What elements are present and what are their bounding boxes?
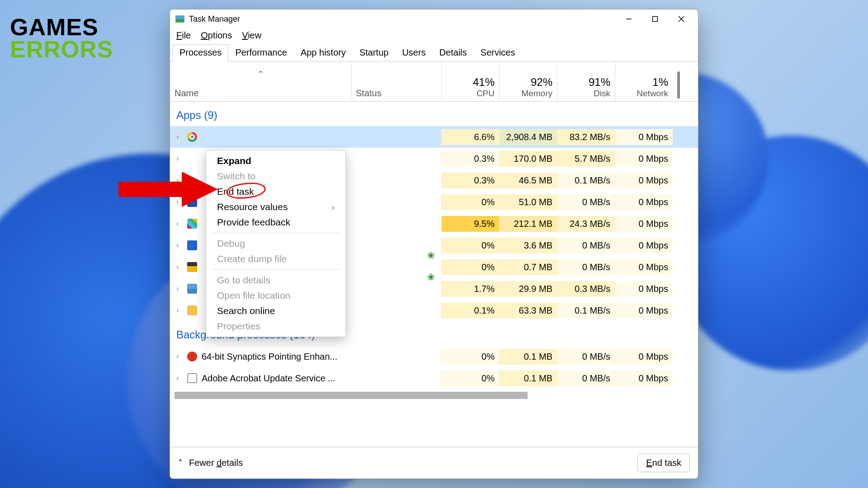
submenu-chevron-icon: › bbox=[331, 202, 335, 212]
tab-app-history[interactable]: App history bbox=[294, 44, 353, 61]
efficiency-leaf-icon: ❀ bbox=[427, 250, 435, 261]
expand-chevron-icon[interactable]: › bbox=[176, 352, 183, 361]
svg-marker-5 bbox=[182, 172, 218, 207]
menu-item-resource-values[interactable]: Resource values› bbox=[206, 199, 345, 215]
disk-cell: 0.1 MB/s bbox=[557, 173, 615, 188]
app-icon bbox=[187, 262, 197, 272]
horizontal-scrollbar[interactable] bbox=[175, 392, 693, 399]
expand-chevron-icon[interactable]: › bbox=[176, 241, 183, 249]
cpu-cell: 0% bbox=[441, 349, 499, 365]
tab-services[interactable]: Services bbox=[474, 44, 522, 61]
disk-cell: 24.3 MB/s bbox=[557, 216, 615, 232]
cpu-cell: 0% bbox=[441, 259, 499, 275]
expand-chevron-icon[interactable]: › bbox=[176, 374, 183, 382]
chevron-up-icon: ˄ bbox=[178, 458, 183, 469]
expand-chevron-icon[interactable]: › bbox=[176, 220, 183, 228]
context-menu: ExpandSwitch toEnd taskResource values›P… bbox=[206, 150, 346, 337]
expand-chevron-icon[interactable]: › bbox=[176, 133, 183, 141]
cpu-cell: 0.3% bbox=[441, 151, 499, 167]
close-button[interactable] bbox=[668, 11, 694, 27]
app-icon bbox=[187, 284, 197, 294]
menu-item-open-file-location: Open file location bbox=[206, 288, 345, 303]
disk-cell: 0 MB/s bbox=[557, 259, 615, 275]
expand-chevron-icon[interactable]: › bbox=[176, 155, 183, 163]
net-cell: 0 Mbps bbox=[615, 238, 673, 253]
watermark-line1: GAMES bbox=[10, 16, 113, 38]
annotation-arrow bbox=[118, 172, 218, 207]
col-name[interactable]: ⌃ Name bbox=[170, 61, 351, 101]
menu-separator bbox=[212, 233, 339, 233]
menu-item-provide-feedback[interactable]: Provide feedback bbox=[206, 215, 345, 230]
cpu-cell: 9.5% bbox=[441, 216, 499, 232]
net-cell: 0 Mbps bbox=[615, 173, 673, 188]
watermark-line2: ERRORS bbox=[10, 38, 113, 61]
menu-separator bbox=[212, 269, 339, 270]
cpu-cell: 0% bbox=[441, 238, 499, 253]
net-cell: 0 Mbps bbox=[615, 216, 673, 232]
titlebar[interactable]: Task Manager bbox=[170, 9, 698, 28]
menu-file[interactable]: File bbox=[176, 30, 191, 41]
tab-details[interactable]: Details bbox=[433, 44, 474, 61]
col-cpu[interactable]: 41% CPU bbox=[441, 61, 499, 101]
menu-options[interactable]: Options bbox=[201, 30, 232, 41]
cpu-cell: 6.6% bbox=[441, 129, 499, 145]
net-cell: 0 Mbps bbox=[615, 129, 673, 145]
mem-cell: 63.3 MB bbox=[499, 303, 557, 319]
apps-section-header[interactable]: Apps (9) bbox=[170, 102, 698, 126]
process-row[interactable]: ›6.6%2,908.4 MB83.2 MB/s0 Mbps bbox=[170, 126, 698, 148]
menu-item-search-online[interactable]: Search online bbox=[206, 303, 345, 319]
expand-chevron-icon[interactable]: › bbox=[176, 306, 183, 314]
minimize-button[interactable] bbox=[616, 11, 642, 27]
window-title: Task Manager bbox=[189, 14, 240, 24]
mem-cell: 51.0 MB bbox=[499, 194, 557, 210]
mem-cell: 3.6 MB bbox=[499, 238, 557, 253]
cpu-cell: 1.7% bbox=[441, 281, 499, 297]
app-icon bbox=[187, 132, 197, 142]
cpu-cell: 0% bbox=[441, 371, 499, 386]
menu-item-expand[interactable]: Expand bbox=[206, 153, 345, 169]
tab-startup[interactable]: Startup bbox=[353, 44, 395, 61]
col-network[interactable]: 1% Network bbox=[615, 61, 673, 101]
fewer-details-link[interactable]: Fewer details bbox=[189, 458, 243, 468]
disk-cell: 83.2 MB/s bbox=[557, 129, 615, 145]
cpu-cell: 0.1% bbox=[441, 303, 499, 319]
menu-view[interactable]: View bbox=[242, 30, 261, 41]
mem-cell: 170.0 MB bbox=[499, 151, 557, 167]
app-icon bbox=[175, 15, 184, 23]
menu-item-switch-to: Switch to bbox=[206, 169, 345, 184]
expand-chevron-icon[interactable]: › bbox=[176, 285, 183, 293]
col-memory[interactable]: 92% Memory bbox=[499, 61, 557, 101]
col-status[interactable]: Status bbox=[351, 61, 441, 101]
sort-chevron-icon: ⌃ bbox=[175, 69, 346, 79]
app-icon bbox=[187, 305, 197, 315]
tab-users[interactable]: Users bbox=[395, 44, 432, 61]
menu-item-create-dump-file: Create dump file bbox=[206, 251, 345, 267]
expand-chevron-icon[interactable]: › bbox=[176, 263, 183, 271]
vertical-scrollbar[interactable] bbox=[673, 61, 682, 101]
menu-item-end-task[interactable]: End task bbox=[206, 184, 345, 199]
maximize-button[interactable] bbox=[642, 11, 668, 27]
mem-cell: 0.1 MB bbox=[499, 371, 557, 386]
net-cell: 0 Mbps bbox=[615, 281, 673, 297]
app-icon bbox=[187, 352, 197, 361]
tab-performance[interactable]: Performance bbox=[228, 44, 294, 61]
app-icon bbox=[187, 219, 197, 229]
process-row[interactable]: ›64-bit Synaptics Pointing Enhan...0%0.1… bbox=[170, 346, 698, 367]
menu-item-debug: Debug bbox=[206, 236, 345, 251]
end-task-button[interactable]: End task bbox=[637, 454, 690, 472]
mem-cell: 29.9 MB bbox=[499, 281, 557, 297]
app-icon bbox=[187, 373, 197, 383]
process-row[interactable]: ›Adobe Acrobat Update Service ...0%0.1 M… bbox=[170, 367, 698, 389]
disk-cell: 0 MB/s bbox=[557, 238, 615, 253]
process-name: 64-bit Synaptics Pointing Enhan... bbox=[202, 352, 337, 362]
mem-cell: 0.7 MB bbox=[499, 259, 557, 275]
tab-strip: ProcessesPerformanceApp historyStartupUs… bbox=[170, 44, 698, 61]
cpu-cell: 0% bbox=[441, 194, 499, 210]
net-cell: 0 Mbps bbox=[615, 303, 673, 319]
svg-rect-4 bbox=[118, 182, 182, 197]
disk-cell: 5.7 MB/s bbox=[557, 151, 615, 167]
col-disk[interactable]: 91% Disk bbox=[557, 61, 615, 101]
net-cell: 0 Mbps bbox=[615, 349, 673, 365]
mem-cell: 212.1 MB bbox=[499, 216, 557, 232]
tab-processes[interactable]: Processes bbox=[173, 44, 228, 61]
